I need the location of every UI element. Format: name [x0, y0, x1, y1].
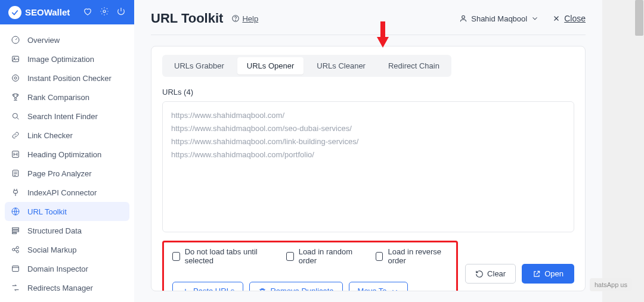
scroll-track[interactable]	[634, 0, 644, 302]
sidebar-item-indexapi-connector[interactable]: IndexAPI Connector	[5, 183, 129, 202]
svg-point-5	[14, 77, 17, 79]
chevron-down-icon	[531, 14, 539, 23]
globe-icon	[11, 207, 20, 216]
urls-label: URLs (4)	[162, 88, 574, 96]
sidebar-item-image-optimization[interactable]: Image Optimization	[5, 49, 129, 69]
tab-urls-cleaner[interactable]: URLs Cleaner	[307, 57, 375, 74]
whatsapp-widget[interactable]: hatsApp us	[590, 278, 632, 291]
checkbox-icon	[172, 252, 180, 261]
main-panel: URL Toolkit Help Shahid Maqbool Close	[134, 0, 602, 302]
sidebar-item-label: Heading Optimization	[27, 150, 101, 159]
sidebar-item-search-intent-finder[interactable]: Search Intent Finder	[5, 107, 129, 126]
svg-rect-17	[13, 266, 19, 271]
help-icon	[231, 14, 240, 23]
brand-name: SEOWallet	[25, 7, 70, 17]
chevron-down-icon	[391, 287, 399, 292]
social-icon	[11, 245, 20, 254]
checkbox-row: Do not load tabs until selected Load in …	[172, 247, 448, 265]
close-button[interactable]: Close	[552, 14, 586, 23]
search-icon	[11, 111, 20, 121]
svg-point-24	[236, 20, 236, 21]
svg-rect-9	[14, 191, 18, 194]
sidebar-item-local-search-simulator[interactable]: Local Search Simulator	[5, 297, 129, 302]
sidebar-item-link-checker[interactable]: Link Checker	[5, 126, 129, 145]
sidebar-item-heading-optimization[interactable]: Heading Optimization	[5, 145, 129, 164]
sidebar-item-instant-position-checker[interactable]: Instant Position Checker	[5, 69, 129, 88]
gear-icon[interactable]	[100, 7, 109, 18]
urls-textarea[interactable]	[162, 101, 574, 232]
tab-redirect-chain[interactable]: Redirect Chain	[379, 57, 449, 74]
tab-urls-grabber[interactable]: URLs Grabber	[165, 57, 234, 74]
move-to-button[interactable]: Move To	[349, 282, 408, 291]
trash-icon	[258, 287, 267, 292]
title-wrap: URL Toolkit Help	[151, 11, 258, 26]
sidebar-item-label: Structured Data	[27, 226, 82, 235]
scroll-thumb[interactable]	[635, 0, 643, 36]
sidebar-item-label: Image Optimization	[27, 55, 94, 64]
checkbox-icon	[286, 252, 294, 261]
sidebar-item-page-pro-analyzer[interactable]: Page Pro Analyzer	[5, 164, 129, 183]
sidebar-item-url-toolkit[interactable]: URL Toolkit	[5, 202, 129, 221]
help-link[interactable]: Help	[231, 14, 258, 23]
domain-icon	[11, 264, 20, 273]
moveto-label: Move To	[358, 287, 387, 291]
close-label: Close	[564, 14, 586, 23]
svg-point-15	[16, 247, 18, 249]
sidebar-item-social-markup[interactable]: Social Markup	[5, 240, 129, 259]
sidebar-item-label: Domain Inspector	[27, 264, 88, 273]
svg-point-16	[16, 250, 18, 253]
sidebar-item-overview[interactable]: Overview	[5, 30, 129, 49]
struct-icon	[11, 226, 20, 235]
sidebar-item-redirects-manager[interactable]: Redirects Manager	[5, 278, 129, 297]
plug-icon	[11, 188, 20, 197]
topbar: URL Toolkit Help Shahid Maqbool Close	[151, 11, 586, 35]
checkbox-reverse[interactable]: Load in reverse order	[376, 247, 448, 265]
sidebar-item-label: Rank Comparison	[27, 93, 89, 102]
topbar-right: Shahid Maqbool Close	[459, 14, 586, 23]
svg-point-0	[103, 10, 106, 13]
sidebar-item-label: Link Checker	[27, 131, 73, 140]
link-icon	[11, 130, 20, 140]
svg-rect-11	[13, 228, 19, 229]
user-name: Shahid Maqbool	[471, 14, 527, 23]
power-icon[interactable]	[116, 7, 126, 18]
tabs: URLs GrabberURLs OpenerURLs CleanerRedir…	[162, 55, 451, 77]
paste-urls-button[interactable]: Paste URLs	[172, 282, 243, 291]
tool-card: URLs GrabberURLs OpenerURLs CleanerRedir…	[151, 46, 586, 291]
sidebar-item-structured-data[interactable]: Structured Data	[5, 221, 129, 240]
target-icon	[11, 73, 20, 83]
gauge-icon	[11, 35, 20, 45]
highlighted-options: Do not load tabs until selected Load in …	[162, 241, 458, 291]
sidebar-item-label: Instant Position Checker	[27, 74, 112, 83]
checkbox-icon	[376, 252, 383, 261]
svg-point-25	[462, 15, 465, 18]
right-buttons: Clear Open	[465, 264, 574, 284]
open-button[interactable]: Open	[522, 264, 574, 284]
user-icon	[459, 14, 467, 23]
sidebar-item-rank-comparison[interactable]: Rank Comparison	[5, 88, 129, 107]
page-icon	[11, 169, 20, 178]
open-icon	[532, 270, 541, 278]
reset-icon	[475, 270, 484, 278]
sidebar-header: SEOWallet	[0, 0, 134, 24]
tab-urls-opener[interactable]: URLs Opener	[237, 57, 304, 74]
sidebar-item-label: Page Pro Analyzer	[27, 169, 92, 178]
action-buttons: Paste URLs Remove Duplicate Move To	[172, 282, 408, 291]
sidebar: SEOWallet OverviewImage OptimizationInst…	[0, 0, 134, 302]
svg-point-14	[13, 248, 15, 251]
sidebar-item-domain-inspector[interactable]: Domain Inspector	[5, 259, 129, 278]
sidebar-item-label: IndexAPI Connector	[27, 188, 97, 197]
remove-duplicate-button[interactable]: Remove Duplicate	[249, 282, 342, 291]
checkbox-random[interactable]: Load in random order	[286, 247, 359, 265]
heart-icon[interactable]	[83, 7, 92, 18]
sidebar-item-label: Overview	[27, 36, 60, 45]
sidebar-item-label: Redirects Manager	[27, 284, 93, 292]
heading-icon	[11, 150, 20, 159]
user-menu[interactable]: Shahid Maqbool	[459, 14, 539, 23]
brand-logo[interactable]: SEOWallet	[8, 6, 70, 19]
checkbox-no-load-label: Do not load tabs until selected	[185, 247, 270, 265]
clear-button[interactable]: Clear	[465, 264, 516, 284]
checkbox-no-load[interactable]: Do not load tabs until selected	[172, 247, 270, 265]
sidebar-item-label: Search Intent Finder	[27, 112, 98, 121]
plus-icon	[181, 287, 190, 292]
